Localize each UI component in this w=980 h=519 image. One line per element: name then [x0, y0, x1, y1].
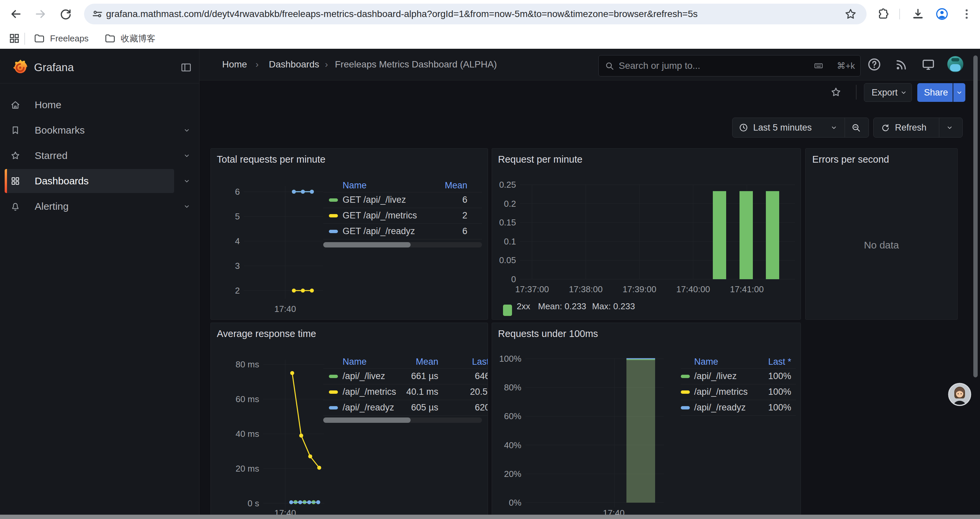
- refresh-control[interactable]: Refresh: [873, 118, 963, 137]
- toolbar-divider: [899, 9, 900, 19]
- svg-text:0.2: 0.2: [504, 199, 516, 209]
- legend-scrollbar-thumb[interactable]: [323, 417, 410, 423]
- breadcrumb-dashboards[interactable]: Dashboards: [269, 59, 319, 70]
- legend-series-name[interactable]: GET /api/_/metrics: [342, 208, 417, 224]
- svg-text:17:40: 17:40: [274, 304, 296, 314]
- chevron-down-icon[interactable]: [946, 124, 953, 131]
- series-color-pill[interactable]: [329, 406, 338, 409]
- horizontal-scrollbar[interactable]: [0, 515, 980, 519]
- panel-total-requests-per-minute: Total requests per minute 6543217:40 Nam…: [210, 148, 488, 319]
- address-bar[interactable]: grafana.mathmast.com/d/deytv4rwavabkb/fr…: [84, 4, 867, 24]
- reload-icon[interactable]: [58, 7, 73, 21]
- sidebar-item-bookmarks[interactable]: Bookmarks: [0, 119, 199, 141]
- svg-text:20%: 20%: [504, 469, 521, 479]
- downloads-icon[interactable]: [911, 7, 925, 21]
- dock-sidebar-icon[interactable]: [180, 61, 192, 73]
- bell-icon: [10, 201, 21, 212]
- kiosk-monitor-icon[interactable]: [921, 57, 936, 72]
- sidebar-item-alerting[interactable]: Alerting: [0, 195, 199, 217]
- legend-series-name[interactable]: /api/_/metrics: [694, 384, 748, 400]
- legend-column-header[interactable]: Name: [342, 355, 367, 368]
- legend-series-name[interactable]: GET /api/_/readyz: [342, 224, 415, 239]
- legend-max: Max: 0.233: [592, 300, 635, 312]
- legend-series-name[interactable]: 2xx: [517, 300, 530, 312]
- favorite-star-icon[interactable]: [830, 86, 842, 98]
- panel-title[interactable]: Errors per second: [812, 154, 889, 165]
- bookmark-icon: [10, 125, 21, 136]
- chevron-down-icon[interactable]: [183, 178, 190, 184]
- series-color-pill[interactable]: [329, 214, 338, 217]
- legend-series-name[interactable]: GET /api/_/livez: [342, 192, 406, 208]
- share-button[interactable]: Share: [917, 83, 953, 102]
- series-color-pill[interactable]: [681, 390, 690, 394]
- series-color-pill[interactable]: [329, 198, 338, 202]
- chevron-down-icon[interactable]: [183, 203, 190, 210]
- legend-column-header[interactable]: Last *: [472, 355, 488, 368]
- profile-icon[interactable]: [935, 7, 949, 21]
- zoom-out-icon[interactable]: [851, 122, 861, 133]
- legend-value: 40.1 ms: [406, 384, 438, 400]
- legend-value: 620 µs: [475, 400, 488, 415]
- legend-series-name[interactable]: /api/_/livez: [342, 368, 385, 384]
- series-color-pill[interactable]: [329, 375, 338, 378]
- svg-text:0.15: 0.15: [499, 217, 516, 227]
- divider: [856, 85, 857, 99]
- search-input[interactable]: [618, 57, 793, 75]
- share-dropdown-button[interactable]: [953, 83, 965, 102]
- legend[interactable]: 2xx Mean: 0.233 Max: 0.233: [492, 300, 800, 312]
- forward-icon[interactable]: [33, 7, 48, 21]
- browser-toolbar: grafana.mathmast.com/d/deytv4rwavabkb/fr…: [0, 0, 980, 28]
- series-color-pill[interactable]: [681, 375, 690, 378]
- svg-text:60 ms: 60 ms: [235, 394, 259, 404]
- vertical-scrollbar-thumb[interactable]: [973, 56, 978, 377]
- bookmark-star-icon[interactable]: [843, 7, 858, 21]
- user-avatar[interactable]: [947, 56, 963, 72]
- svg-text:17:40:00: 17:40:00: [676, 284, 710, 294]
- bookmarks-bar: Freeleaps 收藏博客: [0, 28, 980, 49]
- sidebar-item-starred[interactable]: Starred: [0, 145, 199, 167]
- chevron-down-icon[interactable]: [183, 152, 190, 159]
- legend-column-header[interactable]: Mean: [445, 179, 467, 192]
- news-rss-icon[interactable]: [894, 57, 909, 72]
- divider: [939, 118, 939, 137]
- series-color-pill[interactable]: [329, 230, 338, 233]
- svg-text:3: 3: [235, 261, 240, 271]
- legend-column-header[interactable]: Name: [694, 355, 718, 368]
- legend-value: 6: [462, 192, 467, 208]
- svg-text:80 ms: 80 ms: [235, 359, 259, 369]
- help-icon[interactable]: [867, 57, 882, 72]
- svg-text:100%: 100%: [500, 354, 522, 364]
- legend-scrollbar-thumb[interactable]: [323, 242, 410, 248]
- legend-value: 100%: [768, 384, 791, 400]
- menu-dots-icon[interactable]: [959, 7, 974, 21]
- svg-text:20 ms: 20 ms: [235, 463, 259, 474]
- back-icon[interactable]: [8, 7, 23, 21]
- export-button[interactable]: Export: [864, 83, 912, 102]
- area-chart: 100%80%60%40%20%0%17:40: [492, 323, 801, 519]
- legend-column-header[interactable]: Name: [342, 179, 367, 192]
- grafana-logo[interactable]: [11, 58, 29, 77]
- series-color-pill[interactable]: [329, 390, 338, 394]
- legend-separator: [323, 415, 488, 416]
- url-text[interactable]: grafana.mathmast.com/d/deytv4rwavabkb/fr…: [106, 4, 840, 24]
- site-settings-icon[interactable]: [91, 7, 104, 21]
- legend-column-header[interactable]: Mean: [415, 355, 438, 368]
- chevron-down-icon[interactable]: [183, 127, 190, 134]
- svg-text:40%: 40%: [504, 440, 521, 450]
- sidebar-item-dashboards[interactable]: Dashboards: [0, 170, 199, 192]
- series-color-pill[interactable]: [681, 406, 690, 409]
- time-range-picker[interactable]: Last 5 minutes: [732, 118, 869, 137]
- sidebar-item-home[interactable]: Home: [0, 94, 199, 116]
- legend-column-header[interactable]: Last *: [768, 355, 791, 368]
- legend-series-name[interactable]: /api/_/metrics: [342, 384, 396, 400]
- search-box[interactable]: ⌘+k: [598, 55, 861, 77]
- legend-series-name[interactable]: /api/_/readyz: [342, 400, 394, 415]
- breadcrumb-home[interactable]: Home: [222, 59, 247, 70]
- legend-series-name[interactable]: /api/_/readyz: [694, 400, 746, 415]
- legend-series-name[interactable]: /api/_/livez: [694, 368, 737, 384]
- extensions-icon[interactable]: [876, 7, 891, 21]
- search-icon: [604, 61, 615, 71]
- apps-grid-icon[interactable]: [8, 32, 21, 45]
- floating-avatar[interactable]: [948, 383, 971, 406]
- legend-value: 100%: [768, 400, 791, 415]
